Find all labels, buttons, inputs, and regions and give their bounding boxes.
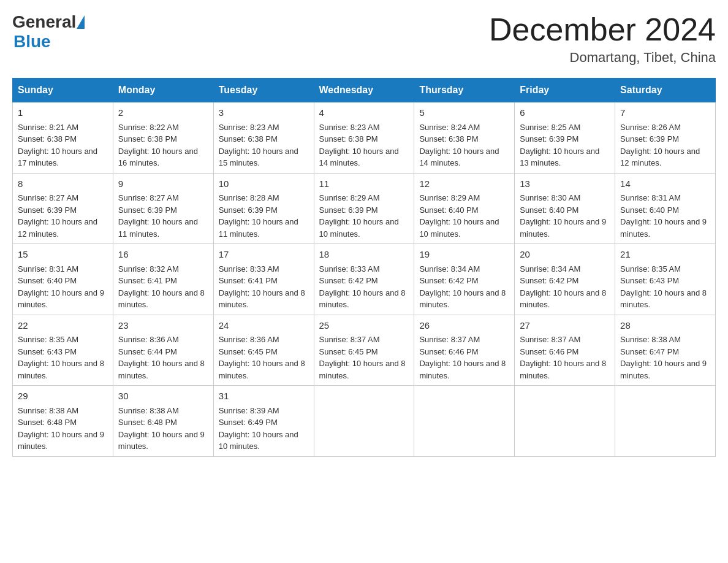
- day-number: 20: [520, 248, 610, 262]
- calendar-day-cell: 31Sunrise: 8:39 AMSunset: 6:49 PMDayligh…: [213, 386, 314, 457]
- calendar-day-cell: 6Sunrise: 8:25 AMSunset: 6:39 PMDaylight…: [515, 102, 615, 174]
- logo: General Blue: [12, 12, 85, 52]
- calendar-day-cell: 1Sunrise: 8:21 AMSunset: 6:38 PMDaylight…: [13, 102, 113, 174]
- day-number: 27: [520, 319, 610, 333]
- month-title: December 2024: [489, 12, 716, 47]
- calendar-day-cell: 23Sunrise: 8:36 AMSunset: 6:44 PMDayligh…: [113, 315, 213, 386]
- day-info: Sunrise: 8:38 AMSunset: 6:48 PMDaylight:…: [18, 405, 108, 453]
- day-of-week-header: Friday: [515, 79, 615, 102]
- day-info: Sunrise: 8:30 AMSunset: 6:40 PMDaylight:…: [520, 192, 610, 240]
- day-info: Sunrise: 8:24 AMSunset: 6:38 PMDaylight:…: [419, 121, 509, 169]
- day-number: 7: [620, 106, 710, 120]
- day-info: Sunrise: 8:23 AMSunset: 6:38 PMDaylight:…: [319, 121, 409, 169]
- day-number: 15: [18, 248, 108, 262]
- day-of-week-header: Thursday: [414, 79, 515, 102]
- day-number: 24: [219, 319, 309, 333]
- day-number: 31: [219, 389, 309, 404]
- day-info: Sunrise: 8:31 AMSunset: 6:40 PMDaylight:…: [18, 263, 108, 311]
- calendar-day-cell: 18Sunrise: 8:33 AMSunset: 6:42 PMDayligh…: [314, 244, 414, 315]
- day-of-week-header: Saturday: [615, 79, 716, 102]
- day-info: Sunrise: 8:37 AMSunset: 6:45 PMDaylight:…: [319, 334, 409, 381]
- calendar-day-cell: 14Sunrise: 8:31 AMSunset: 6:40 PMDayligh…: [615, 173, 716, 244]
- calendar-week-row: 1Sunrise: 8:21 AMSunset: 6:38 PMDaylight…: [13, 102, 716, 174]
- day-number: 10: [219, 177, 309, 191]
- calendar-day-cell: 7Sunrise: 8:26 AMSunset: 6:39 PMDaylight…: [615, 102, 716, 174]
- day-number: 14: [620, 177, 710, 191]
- day-info: Sunrise: 8:28 AMSunset: 6:39 PMDaylight:…: [219, 192, 309, 240]
- day-info: Sunrise: 8:35 AMSunset: 6:43 PMDaylight:…: [620, 263, 710, 311]
- location-title: Domartang, Tibet, China: [489, 50, 716, 66]
- day-info: Sunrise: 8:21 AMSunset: 6:38 PMDaylight:…: [18, 121, 108, 169]
- day-number: 6: [520, 106, 610, 120]
- calendar-day-cell: 11Sunrise: 8:29 AMSunset: 6:39 PMDayligh…: [314, 173, 414, 244]
- calendar-day-cell: 21Sunrise: 8:35 AMSunset: 6:43 PMDayligh…: [615, 244, 716, 315]
- day-info: Sunrise: 8:34 AMSunset: 6:42 PMDaylight:…: [520, 263, 610, 311]
- day-info: Sunrise: 8:26 AMSunset: 6:39 PMDaylight:…: [620, 121, 710, 169]
- calendar-day-cell: [414, 386, 515, 457]
- day-of-week-header: Sunday: [13, 79, 113, 102]
- day-info: Sunrise: 8:25 AMSunset: 6:39 PMDaylight:…: [520, 121, 610, 169]
- day-number: 19: [419, 248, 509, 262]
- day-number: 17: [219, 248, 309, 262]
- calendar-day-cell: 29Sunrise: 8:38 AMSunset: 6:48 PMDayligh…: [13, 386, 113, 457]
- calendar-day-cell: [314, 386, 414, 457]
- day-number: 2: [118, 106, 208, 120]
- calendar-day-cell: 4Sunrise: 8:23 AMSunset: 6:38 PMDaylight…: [314, 102, 414, 174]
- calendar-day-cell: 24Sunrise: 8:36 AMSunset: 6:45 PMDayligh…: [213, 315, 314, 386]
- calendar-day-cell: 19Sunrise: 8:34 AMSunset: 6:42 PMDayligh…: [414, 244, 515, 315]
- day-number: 11: [319, 177, 409, 191]
- calendar-day-cell: 28Sunrise: 8:38 AMSunset: 6:47 PMDayligh…: [615, 315, 716, 386]
- calendar-day-cell: 27Sunrise: 8:37 AMSunset: 6:46 PMDayligh…: [515, 315, 615, 386]
- calendar-day-cell: 26Sunrise: 8:37 AMSunset: 6:46 PMDayligh…: [414, 315, 515, 386]
- calendar-day-cell: 20Sunrise: 8:34 AMSunset: 6:42 PMDayligh…: [515, 244, 615, 315]
- day-info: Sunrise: 8:37 AMSunset: 6:46 PMDaylight:…: [520, 334, 610, 381]
- day-info: Sunrise: 8:36 AMSunset: 6:45 PMDaylight:…: [219, 334, 309, 381]
- calendar-day-cell: 16Sunrise: 8:32 AMSunset: 6:41 PMDayligh…: [113, 244, 213, 315]
- calendar-day-cell: 9Sunrise: 8:27 AMSunset: 6:39 PMDaylight…: [113, 173, 213, 244]
- day-number: 4: [319, 106, 409, 120]
- page-header: General Blue December 2024 Domartang, Ti…: [12, 12, 716, 66]
- calendar-day-cell: 12Sunrise: 8:29 AMSunset: 6:40 PMDayligh…: [414, 173, 515, 244]
- logo-blue-text: Blue: [13, 32, 51, 52]
- title-block: December 2024 Domartang, Tibet, China: [489, 12, 716, 66]
- day-number: 28: [620, 319, 710, 333]
- logo-general-text: General: [12, 12, 76, 32]
- calendar-day-cell: 3Sunrise: 8:23 AMSunset: 6:38 PMDaylight…: [213, 102, 314, 174]
- day-number: 18: [319, 248, 409, 262]
- day-info: Sunrise: 8:36 AMSunset: 6:44 PMDaylight:…: [118, 334, 208, 381]
- day-number: 5: [419, 106, 509, 120]
- day-of-week-header: Monday: [113, 79, 213, 102]
- calendar-header-row: SundayMondayTuesdayWednesdayThursdayFrid…: [13, 79, 716, 102]
- calendar-day-cell: 13Sunrise: 8:30 AMSunset: 6:40 PMDayligh…: [515, 173, 615, 244]
- day-number: 25: [319, 319, 409, 333]
- logo-triangle-icon: [77, 15, 85, 29]
- day-number: 29: [18, 389, 108, 404]
- day-info: Sunrise: 8:27 AMSunset: 6:39 PMDaylight:…: [18, 192, 108, 240]
- day-number: 23: [118, 319, 208, 333]
- day-number: 21: [620, 248, 710, 262]
- day-of-week-header: Tuesday: [213, 79, 314, 102]
- day-info: Sunrise: 8:33 AMSunset: 6:42 PMDaylight:…: [319, 263, 409, 311]
- day-info: Sunrise: 8:27 AMSunset: 6:39 PMDaylight:…: [118, 192, 208, 240]
- calendar-week-row: 8Sunrise: 8:27 AMSunset: 6:39 PMDaylight…: [13, 173, 716, 244]
- day-info: Sunrise: 8:23 AMSunset: 6:38 PMDaylight:…: [219, 121, 309, 169]
- day-info: Sunrise: 8:22 AMSunset: 6:38 PMDaylight:…: [118, 121, 208, 169]
- day-number: 13: [520, 177, 610, 191]
- calendar-day-cell: 5Sunrise: 8:24 AMSunset: 6:38 PMDaylight…: [414, 102, 515, 174]
- day-number: 22: [18, 319, 108, 333]
- day-info: Sunrise: 8:38 AMSunset: 6:48 PMDaylight:…: [118, 405, 208, 453]
- calendar-day-cell: 30Sunrise: 8:38 AMSunset: 6:48 PMDayligh…: [113, 386, 213, 457]
- day-number: 3: [219, 106, 309, 120]
- day-info: Sunrise: 8:31 AMSunset: 6:40 PMDaylight:…: [620, 192, 710, 240]
- day-info: Sunrise: 8:33 AMSunset: 6:41 PMDaylight:…: [219, 263, 309, 311]
- day-info: Sunrise: 8:32 AMSunset: 6:41 PMDaylight:…: [118, 263, 208, 311]
- calendar-day-cell: 15Sunrise: 8:31 AMSunset: 6:40 PMDayligh…: [13, 244, 113, 315]
- day-info: Sunrise: 8:39 AMSunset: 6:49 PMDaylight:…: [219, 405, 309, 453]
- day-info: Sunrise: 8:35 AMSunset: 6:43 PMDaylight:…: [18, 334, 108, 381]
- calendar-week-row: 22Sunrise: 8:35 AMSunset: 6:43 PMDayligh…: [13, 315, 716, 386]
- day-info: Sunrise: 8:38 AMSunset: 6:47 PMDaylight:…: [620, 334, 710, 381]
- calendar-week-row: 15Sunrise: 8:31 AMSunset: 6:40 PMDayligh…: [13, 244, 716, 315]
- day-of-week-header: Wednesday: [314, 79, 414, 102]
- calendar-day-cell: 25Sunrise: 8:37 AMSunset: 6:45 PMDayligh…: [314, 315, 414, 386]
- day-info: Sunrise: 8:29 AMSunset: 6:39 PMDaylight:…: [319, 192, 409, 240]
